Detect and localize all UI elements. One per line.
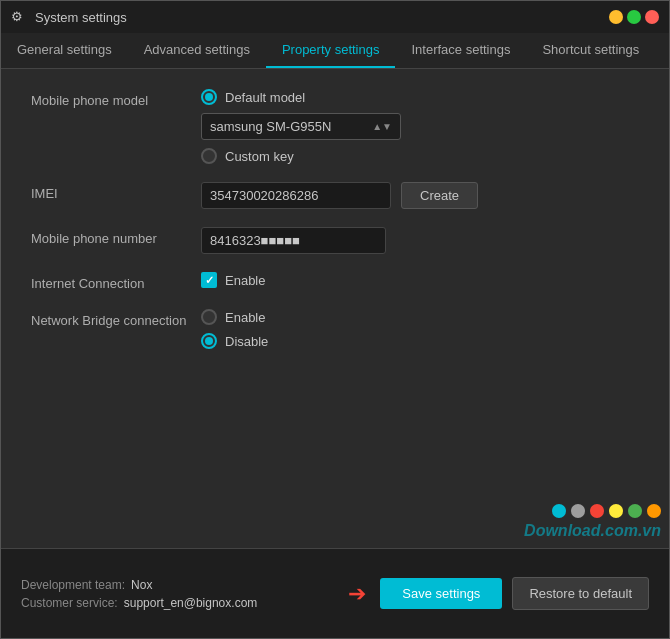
main-content: Mobile phone model Default model samsung…	[1, 69, 669, 387]
mobile-phone-model-controls: Default model samsung SM-G955N ▲▼ Custom…	[201, 89, 401, 164]
imei-input-row: Create	[201, 182, 478, 209]
dev-team-value: Nox	[131, 578, 152, 592]
imei-input[interactable]	[201, 182, 391, 209]
title-bar: ⚙ System settings	[1, 1, 669, 33]
network-enable-radio-label: Enable	[225, 310, 265, 325]
custom-key-radio-label: Custom key	[225, 149, 294, 164]
watermark-text: Download.com.vn	[524, 522, 661, 540]
internet-connection-label: Internet Connection	[31, 272, 201, 291]
phone-model-dropdown[interactable]: samsung SM-G955N ▲▼	[201, 113, 401, 140]
arrow-icon: ➔	[348, 581, 366, 607]
network-disable-radio-outer	[201, 333, 217, 349]
app-icon: ⚙	[11, 9, 27, 25]
window-title: System settings	[35, 10, 127, 25]
customer-service-key: Customer service:	[21, 596, 118, 610]
tab-interface[interactable]: Interface settings	[395, 33, 526, 68]
phone-number-label: Mobile phone number	[31, 227, 201, 246]
dot-red	[590, 504, 604, 518]
network-enable-radio[interactable]: Enable	[201, 309, 268, 325]
tab-shortcut[interactable]: Shortcut settings	[526, 33, 655, 68]
dots-row	[552, 504, 661, 518]
custom-key-radio-outer	[201, 148, 217, 164]
dev-team-key: Development team:	[21, 578, 125, 592]
dev-team-row: Development team: Nox	[21, 578, 257, 592]
create-button[interactable]: Create	[401, 182, 478, 209]
phone-number-row: Mobile phone number	[31, 227, 639, 254]
system-settings-window: ⚙ System settings General settings Advan…	[0, 0, 670, 639]
checkmark-icon: ✓	[205, 274, 214, 287]
phone-model-dropdown-value: samsung SM-G955N	[210, 119, 331, 134]
maximize-button[interactable]	[627, 10, 641, 24]
phone-number-controls	[201, 227, 386, 254]
save-settings-button[interactable]: Save settings	[380, 578, 502, 609]
close-button[interactable]	[645, 10, 659, 24]
window-controls	[609, 10, 659, 24]
custom-key-radio[interactable]: Custom key	[201, 148, 401, 164]
footer-info: Development team: Nox Customer service: …	[21, 578, 257, 610]
network-disable-radio[interactable]: Disable	[201, 333, 268, 349]
network-bridge-controls: Enable Disable	[201, 309, 268, 349]
network-disable-radio-label: Disable	[225, 334, 268, 349]
dot-green	[628, 504, 642, 518]
tab-advanced[interactable]: Advanced settings	[128, 33, 266, 68]
dot-cyan	[552, 504, 566, 518]
watermark-area: Download.com.vn	[524, 504, 669, 540]
restore-default-button[interactable]: Restore to default	[512, 577, 649, 610]
network-bridge-label: Network Bridge connection	[31, 309, 201, 328]
footer: Development team: Nox Customer service: …	[1, 548, 669, 638]
imei-controls: Create	[201, 182, 478, 209]
tab-bar: General settings Advanced settings Prope…	[1, 33, 669, 69]
footer-buttons: ➔ Save settings Restore to default	[348, 577, 649, 610]
tab-property[interactable]: Property settings	[266, 33, 396, 68]
default-model-radio-label: Default model	[225, 90, 305, 105]
mobile-phone-model-row: Mobile phone model Default model samsung…	[31, 89, 639, 164]
customer-service-value: support_en@bignox.com	[124, 596, 258, 610]
internet-enable-label: Enable	[225, 273, 265, 288]
dot-yellow	[609, 504, 623, 518]
dropdown-arrow-icon: ▲▼	[372, 121, 392, 132]
internet-checkbox-box: ✓	[201, 272, 217, 288]
tab-general[interactable]: General settings	[1, 33, 128, 68]
phone-number-input[interactable]	[201, 227, 386, 254]
internet-connection-controls: ✓ Enable	[201, 272, 265, 288]
network-disable-radio-inner	[205, 337, 213, 345]
imei-label: IMEI	[31, 182, 201, 201]
dot-gray	[571, 504, 585, 518]
internet-enable-checkbox[interactable]: ✓ Enable	[201, 272, 265, 288]
default-model-radio-outer	[201, 89, 217, 105]
title-bar-left: ⚙ System settings	[11, 9, 127, 25]
internet-connection-row: Internet Connection ✓ Enable	[31, 272, 639, 291]
imei-row: IMEI Create	[31, 182, 639, 209]
network-enable-radio-outer	[201, 309, 217, 325]
customer-service-row: Customer service: support_en@bignox.com	[21, 596, 257, 610]
default-model-radio-inner	[205, 93, 213, 101]
default-model-radio[interactable]: Default model	[201, 89, 401, 105]
minimize-button[interactable]	[609, 10, 623, 24]
dot-orange	[647, 504, 661, 518]
network-bridge-row: Network Bridge connection Enable Disable	[31, 309, 639, 349]
mobile-phone-model-label: Mobile phone model	[31, 89, 201, 108]
